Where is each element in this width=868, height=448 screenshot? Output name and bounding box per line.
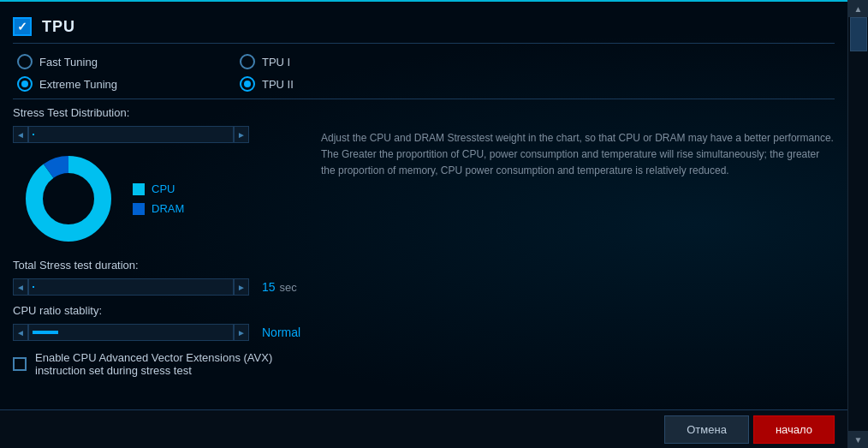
start-button[interactable]: начало — [753, 415, 835, 444]
chart-legend: CPU DRAM — [133, 182, 184, 215]
stress-slider-track[interactable] — [28, 126, 234, 143]
svg-point-2 — [45, 175, 92, 223]
avx-checkbox[interactable] — [13, 357, 27, 371]
radio-tpu-i[interactable] — [240, 54, 255, 69]
radio-tpu-ii[interactable] — [240, 76, 255, 92]
radio-fast-tuning[interactable] — [17, 54, 33, 69]
left-panel: ◄ ► CPU — [13, 126, 304, 377]
radio-row-1: Fast Tuning TPU I — [13, 54, 835, 69]
legend-item-cpu: CPU — [133, 182, 184, 195]
total-stress-left-arrow[interactable]: ◄ — [13, 278, 28, 296]
cpu-ratio-slider-container: ◄ ► Normal — [13, 324, 304, 341]
total-stress-label: Total Stress test duration: — [13, 259, 304, 272]
legend-color-cpu — [133, 183, 145, 195]
donut-chart — [21, 152, 116, 246]
legend-color-dram — [133, 203, 145, 215]
description-text: Adjust the CPU and DRAM Stresstest weigh… — [321, 130, 835, 180]
scrollbar-thumb[interactable] — [850, 17, 867, 51]
total-stress-fill — [33, 286, 34, 288]
total-stress-unit: sec — [280, 281, 297, 294]
cpu-ratio-left-arrow[interactable]: ◄ — [13, 324, 28, 341]
scrollbar-track[interactable] — [848, 17, 868, 431]
chart-area: CPU DRAM — [21, 152, 304, 246]
radio-row-2: Extreme Tuning TPU II — [13, 76, 835, 92]
footer: Отмена начало — [0, 409, 847, 448]
avx-checkbox-row: Enable CPU Advanced Vector Extensions (A… — [13, 351, 304, 377]
total-stress-right-arrow[interactable]: ► — [234, 278, 249, 296]
radio-group-fast-tuning[interactable]: Fast Tuning — [17, 54, 205, 69]
label-tpu-i: TPU I — [262, 56, 290, 69]
content-area: ◄ ► CPU — [13, 126, 835, 377]
total-stress-track[interactable] — [28, 278, 234, 296]
label-fast-tuning: Fast Tuning — [39, 56, 98, 69]
legend-label-cpu: CPU — [152, 182, 175, 195]
cpu-ratio-track[interactable] — [28, 324, 234, 341]
main-container: TPU Fast Tuning TPU I Extreme Tuning TPU… — [0, 0, 847, 448]
scrollbar-down-button[interactable]: ▼ — [848, 431, 869, 448]
scrollbar-up-button[interactable]: ▲ — [848, 0, 869, 17]
legend-item-dram: DRAM — [133, 202, 184, 215]
page-title: TPU — [42, 18, 75, 36]
cpu-ratio-indicator — [33, 331, 58, 334]
label-tpu-ii: TPU II — [262, 78, 294, 91]
right-panel: Adjust the CPU and DRAM Stresstest weigh… — [321, 126, 835, 377]
divider-1 — [13, 99, 835, 99]
cpu-ratio-right-arrow[interactable]: ► — [234, 324, 249, 341]
total-stress-value: 15 — [262, 280, 276, 294]
total-stress-section: Total Stress test duration: ◄ ► 15 sec C… — [13, 259, 304, 377]
label-extreme-tuning: Extreme Tuning — [39, 78, 117, 91]
cancel-button[interactable]: Отмена — [664, 415, 749, 444]
avx-checkbox-label: Enable CPU Advanced Vector Extensions (A… — [35, 351, 304, 377]
total-stress-slider-container: ◄ ► 15 sec — [13, 278, 304, 296]
header: TPU — [13, 9, 835, 44]
cpu-ratio-label: CPU ratio stablity: — [13, 304, 304, 317]
radio-extreme-tuning[interactable] — [17, 76, 33, 92]
stress-slider-fill — [33, 134, 34, 135]
radio-group-tpu-ii[interactable]: TPU II — [240, 76, 428, 92]
scrollbar: ▲ ▼ — [847, 0, 868, 448]
stress-test-label: Stress Test Distribution: — [13, 106, 835, 119]
stress-slider-left-arrow[interactable]: ◄ — [13, 126, 28, 143]
stress-slider-container: ◄ ► — [13, 126, 304, 143]
radio-group-tpu-i[interactable]: TPU I — [240, 54, 428, 69]
tpu-checkbox[interactable] — [13, 17, 32, 36]
radio-group-extreme-tuning[interactable]: Extreme Tuning — [17, 76, 205, 92]
cpu-ratio-value: Normal — [262, 326, 300, 339]
stress-slider-right-arrow[interactable]: ► — [234, 126, 249, 143]
legend-label-dram: DRAM — [152, 202, 184, 215]
